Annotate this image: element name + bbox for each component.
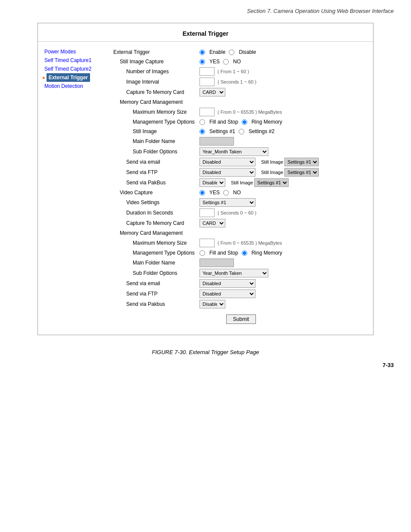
sidebar-item-self-timed-capture2[interactable]: Self Timed Capture2 <box>42 65 107 73</box>
yes-label: YES <box>209 59 220 65</box>
video-settings-label: Video Settings <box>113 199 199 205</box>
fill-stop-radio1[interactable] <box>199 119 205 125</box>
send-ftp-value2: Disabled <box>199 289 369 298</box>
fill-ring-group2: Fill and Stop Ring Memory <box>199 250 282 256</box>
pakbus-settings-select1[interactable]: Settings #1 <box>254 178 289 187</box>
send-pakbus-select1[interactable]: Disabled <box>199 178 225 187</box>
num-images-input[interactable]: 1 <box>199 67 215 76</box>
max-memory-input1[interactable]: 40 <box>199 108 215 116</box>
send-pakbus-value1: Disabled Still Image Settings #1 <box>199 178 369 187</box>
main-folder-input1[interactable]: ExternTrig/Still <box>199 137 234 146</box>
send-ftp-label1: Send via FTP <box>113 169 199 175</box>
fill-ring-group1: Fill and Stop Ring Memory <box>199 119 282 125</box>
duration-hint: ( Seconds 0 ~ 60 ) <box>218 210 256 215</box>
submit-row: Submit <box>113 309 369 326</box>
image-interval-input[interactable]: 1 <box>199 78 215 86</box>
main-folder-value2: ExternTrig/Video <box>199 258 369 267</box>
page-header: Section 7. Camera Operation Using Web Br… <box>0 0 411 19</box>
capture-memory-value1: CARD <box>199 88 369 96</box>
yes-radio[interactable] <box>199 59 205 65</box>
still-image-capture-value: YES NO <box>199 59 369 65</box>
no-label: NO <box>233 59 241 65</box>
settings1-radio[interactable] <box>199 129 205 134</box>
sidebar-item-self-timed-capture1[interactable]: Self Timed Capture1 <box>42 56 107 65</box>
send-ftp-row2: Send via FTP Disabled <box>113 289 369 299</box>
video-capture-label: Video Capture <box>113 190 199 196</box>
max-memory-hint2: ( From 0 ~ 65535 ) MegaBytes <box>218 240 282 246</box>
send-email-label2: Send via email <box>113 280 199 286</box>
enable-radio[interactable] <box>199 50 205 55</box>
sub-folder-row2: Sub Folder Options Year_Month Taken <box>113 268 369 278</box>
max-memory-value1: 40 ( From 0 ~ 65535 ) MegaBytes <box>199 108 369 116</box>
email-settings-select1[interactable]: Settings #1 <box>284 158 319 166</box>
sub-folder-label2: Sub Folder Options <box>113 270 199 276</box>
send-email-label1: Send via email <box>113 159 199 165</box>
send-pakbus-row1: Send via PakBus Disabled Still Image Set… <box>113 177 369 188</box>
still-image-capture-row: Still Image Capture YES NO <box>113 57 369 66</box>
fill-stop-label2: Fill and Stop <box>209 250 238 256</box>
send-email-select2[interactable]: Disabled <box>199 279 255 288</box>
mgmt-type-row2: Management Type Options Fill and Stop Ri… <box>113 248 369 258</box>
card-select1[interactable]: CARD <box>199 88 225 96</box>
ftp-settings-select1[interactable]: Settings #1 <box>284 168 319 177</box>
send-ftp-select1[interactable]: Disabled <box>199 168 255 177</box>
memory-card-mgmt-label2: Memory Card Management <box>113 230 199 236</box>
external-trigger-value: Enable Disable <box>199 49 369 55</box>
max-memory-hint1: ( From 0 ~ 65535 ) MegaBytes <box>218 109 282 115</box>
ring-memory-radio2[interactable] <box>242 250 247 256</box>
card-select2[interactable]: CARD <box>199 219 225 227</box>
send-email-select1[interactable]: Disabled <box>199 158 255 166</box>
still-image-capture-label: Still Image Capture <box>113 59 199 65</box>
sub-folder-select2[interactable]: Year_Month Taken <box>199 269 268 277</box>
send-pakbus-value2: Disabled <box>199 300 369 308</box>
enable-disable-group: Enable Disable <box>199 49 256 55</box>
sub-folder-label1: Sub Folder Options <box>113 149 199 155</box>
sidebar-item-motion-detection[interactable]: Motion Detection <box>42 82 107 90</box>
duration-row: Duration In Seconds 5 ( Seconds 0 ~ 60 ) <box>113 208 369 218</box>
submit-button[interactable]: Submit <box>226 314 256 324</box>
send-ftp-value1: Disabled Still Image Settings #1 <box>199 168 369 177</box>
video-settings-value: Settings #1 <box>199 198 369 207</box>
num-images-hint: ( From 1 ~ 60 ) <box>218 69 249 74</box>
sidebar-item-power-modes[interactable]: Power Modes <box>42 47 107 56</box>
send-email-value2: Disabled <box>199 279 369 288</box>
max-memory-row2: Maximum Memory Size 30 ( From 0 ~ 65535 … <box>113 238 369 248</box>
main-folder-input2[interactable]: ExternTrig/Video <box>199 258 234 267</box>
sidebar-item-external-trigger-wrapper: ● External Trigger <box>42 73 107 82</box>
fill-stop-radio2[interactable] <box>199 250 205 256</box>
sub-folder-row1: Sub Folder Options Year_Month Taken <box>113 146 369 157</box>
send-ftp-label2: Send via FTP <box>113 291 199 297</box>
page-number: 7-33 <box>0 358 411 368</box>
video-no-label: NO <box>233 190 241 196</box>
still-image-text1: Still Image <box>261 159 283 165</box>
ring-memory-label2: Ring Memory <box>252 250 282 256</box>
yes-no-group: YES NO <box>199 59 241 65</box>
sidebar-item-external-trigger[interactable]: External Trigger <box>47 73 90 82</box>
video-settings-select[interactable]: Settings #1 <box>199 198 255 207</box>
video-yes-no-group: YES NO <box>199 190 241 196</box>
active-bullet: ● <box>42 75 45 80</box>
sub-folder-select1[interactable]: Year_Month Taken <box>199 147 268 156</box>
max-memory-input2[interactable]: 30 <box>199 239 215 247</box>
max-memory-row1: Maximum Memory Size 40 ( From 0 ~ 65535 … <box>113 107 369 117</box>
image-interval-value: 1 ( Seconds 1 ~ 60 ) <box>199 78 369 86</box>
send-ftp-row1: Send via FTP Disabled Still Image Settin… <box>113 167 369 177</box>
settings2-radio[interactable] <box>239 129 244 134</box>
ring-memory-radio1[interactable] <box>242 119 247 125</box>
max-memory-value2: 30 ( From 0 ~ 65535 ) MegaBytes <box>199 239 369 247</box>
send-email-row2: Send via email Disabled <box>113 278 369 289</box>
video-no-radio[interactable] <box>223 190 229 196</box>
no-radio[interactable] <box>223 59 229 65</box>
settings1-label: Settings #1 <box>209 128 235 134</box>
disable-radio[interactable] <box>229 50 234 55</box>
send-email-value1: Disabled Still Image Settings #1 <box>199 158 369 166</box>
capture-memory-value2: CARD <box>199 219 369 227</box>
still-image-settings-row: Still Image Settings #1 Settings #2 <box>113 127 369 136</box>
send-pakbus-select2[interactable]: Disabled <box>199 300 225 308</box>
main-folder-value1: ExternTrig/Still <box>199 137 369 146</box>
mgmt-type-value2: Fill and Stop Ring Memory <box>199 250 369 256</box>
video-yes-radio[interactable] <box>199 190 205 196</box>
duration-input[interactable]: 5 <box>199 208 215 217</box>
image-interval-hint: ( Seconds 1 ~ 60 ) <box>218 79 256 84</box>
send-ftp-select2[interactable]: Disabled <box>199 289 255 298</box>
